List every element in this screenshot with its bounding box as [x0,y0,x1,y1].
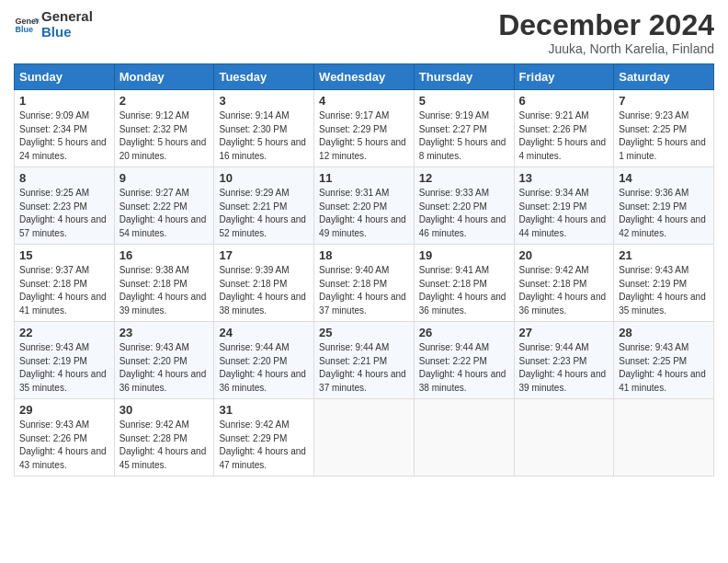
day-info: Sunrise: 9:40 AM Sunset: 2:18 PM Dayligh… [319,264,409,317]
day-number: 22 [19,326,109,339]
day-number: 16 [119,248,210,262]
calendar-day-header: Saturday [614,64,714,90]
svg-text:General: General [15,16,40,25]
logo-line2: Blue [41,25,93,40]
calendar-cell: 1 Sunrise: 9:09 AM Sunset: 2:34 PM Dayli… [15,90,115,167]
calendar-week-row: 15 Sunrise: 9:37 AM Sunset: 2:18 PM Dayl… [15,245,714,322]
day-info: Sunrise: 9:12 AM Sunset: 2:32 PM Dayligh… [119,109,210,163]
day-info: Sunrise: 9:44 AM Sunset: 2:23 PM Dayligh… [519,341,609,395]
logo-icon: General Blue [14,12,40,38]
calendar-cell [614,399,714,477]
calendar-cell: 22 Sunrise: 9:43 AM Sunset: 2:19 PM Dayl… [15,322,115,399]
day-info: Sunrise: 9:44 AM Sunset: 2:20 PM Dayligh… [219,341,309,395]
day-number: 20 [519,248,609,262]
calendar-cell: 31 Sunrise: 9:42 AM Sunset: 2:29 PM Dayl… [214,399,314,477]
calendar-day-header: Sunday [15,64,115,90]
calendar-day-header: Wednesday [314,64,415,90]
day-number: 18 [319,248,409,262]
calendar-cell: 27 Sunrise: 9:44 AM Sunset: 2:23 PM Dayl… [514,322,614,399]
day-number: 3 [219,94,309,108]
day-info: Sunrise: 9:42 AM Sunset: 2:18 PM Dayligh… [519,264,609,317]
calendar-cell: 7 Sunrise: 9:23 AM Sunset: 2:25 PM Dayli… [614,90,714,167]
calendar-cell: 6 Sunrise: 9:21 AM Sunset: 2:26 PM Dayli… [514,90,614,167]
calendar-cell: 2 Sunrise: 9:12 AM Sunset: 2:32 PM Dayli… [114,90,214,167]
day-number: 28 [619,326,709,339]
day-info: Sunrise: 9:43 AM Sunset: 2:19 PM Dayligh… [619,264,709,317]
title-block: December 2024 Juuka, North Karelia, Finl… [498,9,714,56]
day-info: Sunrise: 9:44 AM Sunset: 2:21 PM Dayligh… [319,341,409,395]
calendar-cell: 9 Sunrise: 9:27 AM Sunset: 2:22 PM Dayli… [114,167,214,245]
calendar-cell: 3 Sunrise: 9:14 AM Sunset: 2:30 PM Dayli… [214,90,314,167]
month-title: December 2024 [498,9,714,41]
day-number: 13 [519,171,609,185]
calendar-week-row: 29 Sunrise: 9:43 AM Sunset: 2:26 PM Dayl… [15,399,714,477]
day-number: 21 [619,248,709,262]
day-number: 14 [619,171,709,185]
day-number: 11 [319,171,409,185]
calendar-day-header: Tuesday [214,64,314,90]
day-number: 7 [619,94,709,108]
logo: General Blue General Blue [14,9,93,40]
day-info: Sunrise: 9:27 AM Sunset: 2:22 PM Dayligh… [119,187,210,240]
day-number: 29 [19,403,109,417]
logo-line1: General [41,9,93,25]
day-info: Sunrise: 9:17 AM Sunset: 2:29 PM Dayligh… [319,109,409,163]
calendar-cell: 12 Sunrise: 9:33 AM Sunset: 2:20 PM Dayl… [414,167,514,245]
calendar-week-row: 1 Sunrise: 9:09 AM Sunset: 2:34 PM Dayli… [15,90,714,167]
day-info: Sunrise: 9:09 AM Sunset: 2:34 PM Dayligh… [19,109,109,163]
calendar-cell: 17 Sunrise: 9:39 AM Sunset: 2:18 PM Dayl… [214,245,314,322]
calendar-cell: 26 Sunrise: 9:44 AM Sunset: 2:22 PM Dayl… [414,322,514,399]
day-info: Sunrise: 9:41 AM Sunset: 2:18 PM Dayligh… [419,264,509,317]
day-info: Sunrise: 9:33 AM Sunset: 2:20 PM Dayligh… [419,187,509,240]
day-number: 31 [219,403,309,417]
day-number: 8 [19,171,109,185]
calendar-cell: 13 Sunrise: 9:34 AM Sunset: 2:19 PM Dayl… [514,167,614,245]
day-number: 2 [119,94,210,108]
day-info: Sunrise: 9:19 AM Sunset: 2:27 PM Dayligh… [419,109,509,163]
calendar-cell: 11 Sunrise: 9:31 AM Sunset: 2:20 PM Dayl… [314,167,415,245]
calendar-page: General Blue General Blue December 2024 … [0,0,728,563]
calendar-cell: 24 Sunrise: 9:44 AM Sunset: 2:20 PM Dayl… [214,322,314,399]
day-info: Sunrise: 9:37 AM Sunset: 2:18 PM Dayligh… [19,264,109,317]
calendar-cell: 23 Sunrise: 9:43 AM Sunset: 2:20 PM Dayl… [114,322,214,399]
day-number: 9 [119,171,210,185]
day-number: 17 [219,248,309,262]
day-info: Sunrise: 9:39 AM Sunset: 2:18 PM Dayligh… [219,264,309,317]
svg-text:Blue: Blue [15,25,33,34]
day-number: 23 [119,326,210,339]
day-info: Sunrise: 9:31 AM Sunset: 2:20 PM Dayligh… [319,187,409,240]
calendar-cell: 20 Sunrise: 9:42 AM Sunset: 2:18 PM Dayl… [514,245,614,322]
calendar-cell: 10 Sunrise: 9:29 AM Sunset: 2:21 PM Dayl… [214,167,314,245]
calendar-cell: 19 Sunrise: 9:41 AM Sunset: 2:18 PM Dayl… [414,245,514,322]
day-number: 4 [319,94,409,108]
calendar-cell: 21 Sunrise: 9:43 AM Sunset: 2:19 PM Dayl… [614,245,714,322]
day-info: Sunrise: 9:43 AM Sunset: 2:19 PM Dayligh… [19,341,109,395]
calendar-week-row: 22 Sunrise: 9:43 AM Sunset: 2:19 PM Dayl… [15,322,714,399]
calendar-cell [414,399,514,477]
location-subtitle: Juuka, North Karelia, Finland [498,41,714,56]
calendar-cell: 4 Sunrise: 9:17 AM Sunset: 2:29 PM Dayli… [314,90,415,167]
day-number: 19 [419,248,509,262]
day-number: 30 [119,403,210,417]
day-number: 26 [419,326,509,339]
day-info: Sunrise: 9:34 AM Sunset: 2:19 PM Dayligh… [519,187,609,240]
calendar-cell: 30 Sunrise: 9:42 AM Sunset: 2:28 PM Dayl… [114,399,214,477]
calendar-day-header: Monday [114,64,214,90]
day-number: 15 [19,248,109,262]
day-info: Sunrise: 9:44 AM Sunset: 2:22 PM Dayligh… [419,341,509,395]
calendar-cell [314,399,415,477]
day-info: Sunrise: 9:23 AM Sunset: 2:25 PM Dayligh… [619,109,709,163]
day-number: 5 [419,94,509,108]
calendar-cell: 15 Sunrise: 9:37 AM Sunset: 2:18 PM Dayl… [15,245,115,322]
calendar-day-header: Friday [514,64,614,90]
day-info: Sunrise: 9:38 AM Sunset: 2:18 PM Dayligh… [119,264,210,317]
day-number: 10 [219,171,309,185]
calendar-header-row: SundayMondayTuesdayWednesdayThursdayFrid… [15,64,714,90]
day-number: 27 [519,326,609,339]
day-number: 1 [19,94,109,108]
calendar-cell: 29 Sunrise: 9:43 AM Sunset: 2:26 PM Dayl… [15,399,115,477]
day-number: 24 [219,326,309,339]
calendar-table: SundayMondayTuesdayWednesdayThursdayFrid… [14,63,714,477]
calendar-cell: 18 Sunrise: 9:40 AM Sunset: 2:18 PM Dayl… [314,245,415,322]
day-info: Sunrise: 9:14 AM Sunset: 2:30 PM Dayligh… [219,109,309,163]
